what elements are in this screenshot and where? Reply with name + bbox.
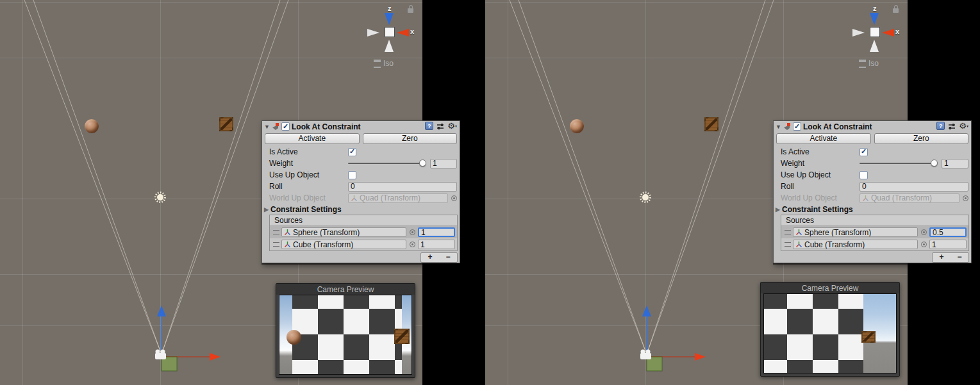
remove-source-button[interactable]: − [439, 253, 457, 262]
weight-slider[interactable] [860, 163, 935, 164]
source-weight-field[interactable] [418, 240, 455, 249]
neg-axis-cone-icon[interactable] [367, 29, 379, 37]
use-up-object-checkbox[interactable] [348, 171, 356, 179]
sources-footer: + − [262, 251, 460, 263]
source-row-sphere[interactable]: Sphere (Transform) [270, 226, 457, 238]
sources-header: Sources [270, 215, 457, 226]
object-picker-icon[interactable] [451, 195, 457, 201]
gizmo-center-cube[interactable] [870, 27, 880, 37]
x-axis-cone-icon[interactable] [882, 29, 894, 37]
checkerboard-quad [764, 294, 863, 373]
neg-axis-cone-icon[interactable] [385, 40, 394, 52]
source-object-field[interactable]: Cube (Transform) [793, 240, 918, 249]
presets-icon[interactable] [436, 122, 444, 130]
zero-button[interactable]: Zero [874, 133, 969, 144]
transform-icon [284, 241, 291, 248]
object-picker-icon[interactable] [963, 195, 968, 201]
menu-icon [374, 60, 381, 68]
drag-handle-icon[interactable] [783, 242, 793, 247]
remove-source-button[interactable]: − [951, 253, 968, 262]
weight-slider[interactable] [348, 163, 424, 164]
activate-button[interactable]: Activate [776, 133, 871, 144]
sources-footer: + − [774, 251, 971, 263]
foldout-open-icon[interactable]: ▼ [776, 124, 783, 130]
help-icon[interactable]: ? [425, 122, 433, 130]
z-axis-cone-icon[interactable] [385, 13, 394, 25]
neg-axis-cone-icon[interactable] [852, 29, 865, 37]
roll-label: Roll [269, 182, 348, 191]
projection-toggle[interactable]: Iso [374, 59, 394, 68]
foldout-open-icon[interactable]: ▼ [264, 124, 271, 130]
help-icon[interactable]: ? [936, 122, 945, 130]
cube-object[interactable] [704, 117, 718, 131]
cube-object[interactable] [219, 117, 233, 131]
directional-light-icon[interactable] [157, 194, 163, 201]
transform-icon [862, 195, 869, 202]
add-source-button[interactable]: + [933, 253, 951, 262]
x-axis-cone-icon[interactable] [397, 29, 409, 37]
roll-field[interactable] [860, 182, 968, 192]
transform-icon [351, 195, 358, 202]
constraint-settings-foldout[interactable]: ▶ Constraint Settings [262, 204, 460, 215]
component-enabled-checkbox[interactable]: ✓ [281, 122, 290, 131]
camera-preview-title: Camera Preview [761, 283, 899, 293]
roll-label: Roll [781, 182, 860, 191]
object-picker-icon[interactable] [410, 242, 415, 247]
projection-label: Iso [383, 59, 394, 68]
object-picker-icon[interactable] [410, 229, 415, 235]
zero-button[interactable]: Zero [363, 133, 458, 144]
weight-value-field[interactable] [942, 159, 968, 168]
source-row-sphere[interactable]: Sphere (Transform) [781, 226, 968, 238]
slider-knob[interactable] [931, 160, 938, 167]
weight-label: Weight [269, 159, 348, 168]
source-weight-field[interactable] [929, 227, 967, 237]
orientation-gizmo[interactable]: z x Iso [365, 3, 422, 69]
look-at-constraint-inspector-left: ▼ ✓ Look At Constraint ? ⚙▾ Activate Zer… [262, 120, 460, 263]
drag-handle-icon[interactable] [271, 242, 281, 247]
sphere-object[interactable] [570, 119, 584, 133]
gear-icon[interactable]: ⚙▾ [959, 122, 968, 130]
is-active-checkbox[interactable]: ✓ [860, 148, 868, 156]
camera-frustum-lines [510, 0, 774, 354]
orientation-gizmo[interactable]: z x Iso [851, 3, 908, 69]
slider-knob[interactable] [419, 160, 426, 167]
source-row-cube[interactable]: Cube (Transform) [270, 238, 457, 250]
is-active-checkbox[interactable]: ✓ [348, 148, 356, 156]
weight-value-field[interactable] [430, 159, 457, 168]
use-up-object-checkbox[interactable] [860, 171, 868, 179]
source-object-field[interactable]: Cube (Transform) [281, 240, 406, 249]
source-object-field[interactable]: Sphere (Transform) [281, 227, 406, 237]
world-up-object-field[interactable]: Quad (Transform) [860, 193, 959, 203]
add-source-button[interactable]: + [421, 253, 439, 262]
sphere-object[interactable] [85, 119, 99, 133]
weight-label: Weight [781, 159, 860, 168]
world-up-object-field[interactable]: Quad (Transform) [348, 193, 448, 203]
neg-axis-cone-icon[interactable] [870, 40, 879, 52]
lock-icon[interactable] [408, 8, 413, 13]
object-picker-icon[interactable] [921, 229, 927, 235]
world-up-object-label: World Up Object [781, 193, 860, 202]
constraint-component-icon [271, 122, 279, 131]
object-picker-icon[interactable] [921, 242, 927, 247]
activate-button[interactable]: Activate [265, 133, 360, 144]
gizmo-z-label: z [873, 4, 877, 12]
roll-field[interactable] [348, 182, 457, 192]
projection-toggle[interactable]: Iso [859, 59, 879, 68]
source-object-field[interactable]: Sphere (Transform) [793, 227, 918, 237]
gizmo-center-cube[interactable] [385, 27, 395, 37]
source-weight-field[interactable] [418, 227, 455, 237]
source-weight-field[interactable] [929, 240, 967, 249]
world-up-object-row: World Up Object Quad (Transform) [262, 192, 460, 204]
constraint-settings-foldout[interactable]: ▶ Constraint Settings [774, 204, 971, 215]
lock-icon[interactable] [893, 8, 899, 13]
drag-handle-icon[interactable] [271, 230, 281, 234]
presets-icon[interactable] [948, 122, 956, 130]
component-enabled-checkbox[interactable]: ✓ [793, 122, 801, 131]
use-up-object-label: Use Up Object [269, 170, 348, 179]
drag-handle-icon[interactable] [783, 230, 793, 234]
directional-light-icon[interactable] [642, 194, 649, 201]
gear-icon[interactable]: ⚙▾ [447, 122, 457, 130]
use-up-object-label: Use Up Object [781, 170, 860, 179]
source-row-cube[interactable]: Cube (Transform) [781, 238, 968, 250]
z-axis-cone-icon[interactable] [870, 13, 879, 25]
